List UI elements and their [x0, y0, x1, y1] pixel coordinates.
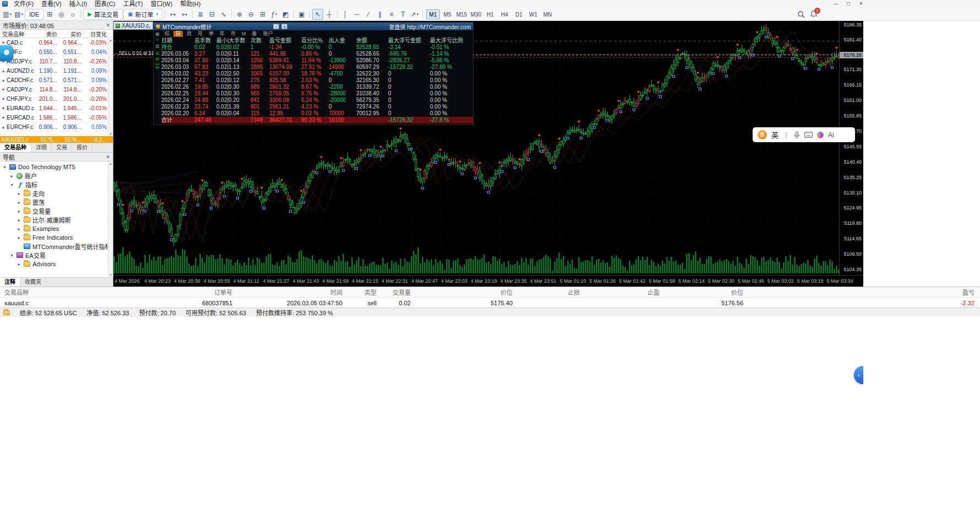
stats-strip-icon[interactable]: ▦: [155, 31, 160, 36]
ime-ai-icon[interactable]: Ai: [828, 131, 834, 139]
ime-docked-icon[interactable]: [0, 45, 13, 61]
tree-expander-icon[interactable]: ▸: [17, 200, 21, 205]
market-watch-row[interactable]: ▼CADJPY.c114.8...114.8...-0.20%: [0, 85, 113, 94]
fibo-tool-icon[interactable]: ≡: [386, 9, 397, 20]
close-icon[interactable]: ✕: [106, 154, 110, 160]
zoom-in-icon[interactable]: ⊕: [234, 9, 245, 20]
navigator-item[interactable]: ▸Advisors: [0, 260, 113, 268]
menu-item-查看[interactable]: 查看(V): [37, 0, 66, 8]
screenshot-icon[interactable]: ▣: [296, 9, 307, 20]
grid-toggle-icon[interactable]: ⊞: [257, 9, 268, 20]
indicators-icon[interactable]: ƒ▾: [269, 9, 280, 20]
timeframe-D1[interactable]: D1: [512, 9, 526, 19]
tree-expander-icon[interactable]: ▸: [17, 262, 21, 267]
tree-expander-icon[interactable]: ▸: [17, 218, 21, 223]
minimize-icon[interactable]: –: [832, 0, 839, 7]
market-watch-row[interactable]: ▼CHFJPY.c201.0...201.0...-0.20%: [0, 94, 113, 104]
market-watch-row[interactable]: ▲CADCHF.c0.571...0.571...0.09%: [0, 75, 113, 85]
stats-minimize-icon[interactable]: ▫: [273, 24, 279, 29]
chart-shift-icon[interactable]: ↤: [179, 9, 190, 20]
navigator-item[interactable]: MTCommander盈亏统计指标: [0, 242, 113, 251]
new-order-button[interactable]: ▣新订单▾: [123, 9, 162, 20]
market-watch-row-xauusd[interactable]: XAUUSD.c5175...5176...-0.2...: [0, 136, 113, 143]
navigator-tab-收藏夹[interactable]: 收藏夹: [20, 278, 46, 287]
auto-scroll-icon[interactable]: ↦: [167, 9, 178, 20]
algo-trading-button[interactable]: ▶算法交易: [83, 9, 123, 20]
menu-item-插入[interactable]: 插入(I): [66, 0, 91, 8]
tree-expander-icon[interactable]: ▸: [17, 209, 21, 214]
connection-icon[interactable]: ◎: [56, 9, 67, 20]
stats-tab-日[interactable]: 日: [173, 31, 183, 37]
market-watch-row[interactable]: ▼CAD.c0.964...0.964...-0.03%: [0, 38, 113, 47]
menu-item-文件[interactable]: 文件(F): [10, 0, 37, 8]
market-watch-row[interactable]: ▲CHF.c0.550...0.551...0.04%: [0, 47, 113, 57]
tree-expander-icon[interactable]: ▸: [17, 226, 21, 231]
tree-expander-icon[interactable]: ▸: [17, 235, 21, 240]
ime-menu-dots-icon[interactable]: ⋮: [783, 131, 790, 139]
tree-expander-icon[interactable]: ▾: [9, 182, 14, 187]
ime-skin-icon[interactable]: [817, 132, 824, 138]
microphone-icon[interactable]: [794, 131, 800, 139]
tree-expander-icon[interactable]: ▾: [9, 253, 14, 258]
toolbox-toggle-icon[interactable]: ⊞: [44, 9, 55, 20]
crosshair-tool-icon[interactable]: ┼: [324, 9, 335, 20]
market-watch-scrollbar[interactable]: ▲▼: [108, 38, 113, 136]
new-chart-icon[interactable]: ▥▾: [2, 9, 13, 20]
navigator-item[interactable]: ▸比尔·威廉姆斯: [0, 215, 113, 224]
navigator-item[interactable]: ▸账户: [0, 171, 113, 180]
timeframe-W1[interactable]: W1: [526, 9, 540, 19]
navigator-item[interactable]: ▾ƒ指标: [0, 180, 113, 189]
ime-language-toggle[interactable]: 英: [771, 130, 778, 140]
stats-strip-icon[interactable]: ▧: [155, 44, 160, 48]
navigator-item[interactable]: ▾EA交易: [0, 251, 113, 260]
market-watch-tab-交易品种[interactable]: 交易品种: [0, 143, 31, 152]
cursor-tool-icon[interactable]: ↖: [312, 9, 323, 20]
timeframe-M5[interactable]: M5: [440, 9, 454, 19]
navigator-item[interactable]: ▾Doo Technology MT5: [0, 163, 113, 171]
chart-symbol-tab[interactable]: XAUUSD.c,: [113, 21, 153, 30]
arrows-tool-icon[interactable]: ↗▾: [409, 9, 420, 20]
vline-tool-icon[interactable]: │: [340, 9, 351, 20]
menu-item-图表[interactable]: 图表(C): [91, 0, 119, 8]
stats-tab-币[interactable]: 币: [228, 31, 238, 37]
navigator-item[interactable]: ▸Examples: [0, 224, 113, 233]
timeframe-H1[interactable]: H1: [483, 9, 497, 19]
candles-chart-icon[interactable]: ⊟: [206, 9, 217, 20]
stats-tab-月[interactable]: 月: [195, 31, 205, 37]
stats-tab-M[interactable]: M: [239, 31, 248, 37]
market-watch-row[interactable]: ▲EURCHF.c0.906...0.906...0.05%: [0, 122, 113, 132]
price-axis[interactable]: 5186.355181.405176.255171.305166.155161.…: [839, 21, 863, 275]
timeframe-M30[interactable]: M30: [469, 9, 483, 19]
bars-chart-icon[interactable]: ≣: [195, 9, 206, 20]
menu-item-窗口[interactable]: 窗口(W): [146, 0, 176, 8]
navigator-item[interactable]: ▸震荡: [0, 198, 113, 207]
options-icon[interactable]: ☼: [67, 9, 78, 20]
line-chart-icon[interactable]: ∿: [218, 9, 229, 20]
trendline-tool-icon[interactable]: ∕: [363, 9, 374, 20]
close-icon[interactable]: ×: [858, 0, 864, 7]
menu-item-工具[interactable]: 工具(T): [119, 0, 146, 8]
navigator-item[interactable]: ▸Free Indicators: [0, 233, 113, 242]
trade-table-row[interactable]: xauusd.c6800378512026.03.05 03:47:50sell…: [0, 298, 980, 308]
timeframe-M1[interactable]: M1: [426, 9, 440, 19]
ime-logo-icon[interactable]: S: [758, 130, 767, 139]
timeframe-H4[interactable]: H4: [498, 9, 511, 19]
close-icon[interactable]: ✕: [106, 23, 110, 28]
market-watch-row[interactable]: ▼EURCAD.c1.586...1.586...-0.05%: [0, 113, 113, 122]
search-icon[interactable]: [797, 10, 805, 19]
ime-toolbar[interactable]: S 英 ⋮ Ai: [753, 127, 855, 142]
channel-tool-icon[interactable]: ∥: [374, 9, 385, 20]
navigator-scrollbar[interactable]: ▲▼: [108, 161, 113, 277]
stats-brand-link[interactable]: 复盘侠 http://MTCommander.com: [389, 23, 471, 31]
tree-expander-icon[interactable]: ▸: [17, 191, 21, 196]
tree-expander-icon[interactable]: ▸: [9, 174, 14, 179]
market-watch-row[interactable]: ▼AUDJPY.c110.7...110.8...-0.26%: [0, 57, 113, 66]
stats-tab-年[interactable]: 年: [217, 31, 227, 37]
timeframe-M15[interactable]: M15: [455, 9, 469, 19]
stats-panel-titlebar[interactable]: MTCommander统计 ▫ × 复盘侠 http://MTCommander…: [154, 23, 473, 30]
market-watch-row[interactable]: ▲AUDNZD.c1.190...1.191...0.08%: [0, 66, 113, 75]
edge-assistant-tab[interactable]: ‹: [854, 366, 863, 384]
stats-tab-周[interactable]: 周: [184, 31, 194, 37]
stats-tab-账户[interactable]: 账户: [261, 31, 275, 37]
stats-strip-icon[interactable]: ?: [156, 37, 159, 42]
